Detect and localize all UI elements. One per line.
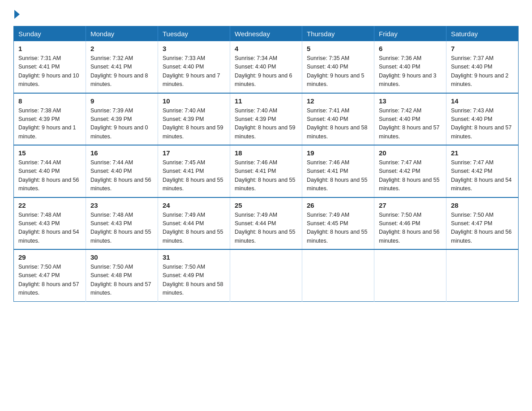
calendar-cell: 13 Sunrise: 7:42 AMSunset: 4:40 PMDaylig… [374,93,446,146]
day-number: 22 [18,201,81,209]
day-info: Sunrise: 7:47 AMSunset: 4:42 PMDaylight:… [379,159,440,192]
calendar-cell: 27 Sunrise: 7:50 AMSunset: 4:46 PMDaylig… [374,197,446,250]
day-info: Sunrise: 7:48 AMSunset: 4:43 PMDaylight:… [18,212,79,244]
calendar-header-row: SundayMondayTuesdayWednesdayThursdayFrid… [14,26,519,42]
calendar-week-row: 29 Sunrise: 7:50 AMSunset: 4:47 PMDaylig… [14,249,519,301]
day-number: 3 [163,45,225,52]
calendar-cell: 23 Sunrise: 7:48 AMSunset: 4:43 PMDaylig… [86,197,158,250]
calendar-cell: 15 Sunrise: 7:44 AMSunset: 4:40 PMDaylig… [14,145,86,197]
day-number: 7 [451,45,514,52]
day-number: 12 [307,97,369,105]
calendar-cell: 24 Sunrise: 7:49 AMSunset: 4:44 PMDaylig… [158,197,230,250]
day-info: Sunrise: 7:46 AMSunset: 4:41 PMDaylight:… [235,159,296,192]
day-info: Sunrise: 7:37 AMSunset: 4:40 PMDaylight:… [451,55,509,87]
day-info: Sunrise: 7:41 AMSunset: 4:40 PMDaylight:… [307,107,368,140]
day-number: 18 [235,149,297,157]
calendar-cell: 7 Sunrise: 7:37 AMSunset: 4:40 PMDayligh… [446,41,519,93]
calendar-cell: 6 Sunrise: 7:36 AMSunset: 4:40 PMDayligh… [374,41,446,93]
calendar-cell [446,249,519,301]
calendar-table: SundayMondayTuesdayWednesdayThursdayFrid… [13,26,519,302]
day-info: Sunrise: 7:34 AMSunset: 4:40 PMDaylight:… [235,55,292,87]
calendar-cell: 8 Sunrise: 7:38 AMSunset: 4:39 PMDayligh… [14,93,86,146]
calendar-cell: 1 Sunrise: 7:31 AMSunset: 4:41 PMDayligh… [14,41,86,93]
day-info: Sunrise: 7:42 AMSunset: 4:40 PMDaylight:… [379,107,440,140]
calendar-week-row: 15 Sunrise: 7:44 AMSunset: 4:40 PMDaylig… [14,145,519,197]
calendar-cell: 31 Sunrise: 7:50 AMSunset: 4:49 PMDaylig… [158,249,230,301]
day-info: Sunrise: 7:50 AMSunset: 4:49 PMDaylight:… [163,264,223,296]
day-number: 28 [451,201,514,209]
calendar-cell: 3 Sunrise: 7:33 AMSunset: 4:40 PMDayligh… [158,41,230,93]
calendar-cell: 10 Sunrise: 7:40 AMSunset: 4:39 PMDaylig… [158,93,230,146]
day-info: Sunrise: 7:46 AMSunset: 4:41 PMDaylight:… [307,159,368,192]
day-number: 21 [451,149,514,157]
day-number: 25 [235,201,297,209]
day-number: 15 [18,149,81,157]
calendar-cell: 2 Sunrise: 7:32 AMSunset: 4:41 PMDayligh… [86,41,158,93]
calendar-cell: 28 Sunrise: 7:50 AMSunset: 4:47 PMDaylig… [446,197,519,250]
day-number: 20 [379,149,442,157]
calendar-cell: 30 Sunrise: 7:50 AMSunset: 4:48 PMDaylig… [86,249,158,301]
logo-arrow-icon [14,10,20,19]
day-number: 10 [163,97,225,105]
calendar-cell: 20 Sunrise: 7:47 AMSunset: 4:42 PMDaylig… [374,145,446,197]
calendar-week-row: 8 Sunrise: 7:38 AMSunset: 4:39 PMDayligh… [14,93,519,146]
day-number: 29 [18,253,81,261]
day-info: Sunrise: 7:44 AMSunset: 4:40 PMDaylight:… [90,159,151,192]
day-info: Sunrise: 7:33 AMSunset: 4:40 PMDaylight:… [163,55,220,87]
calendar-cell: 25 Sunrise: 7:49 AMSunset: 4:44 PMDaylig… [230,197,302,250]
day-info: Sunrise: 7:50 AMSunset: 4:47 PMDaylight:… [451,212,512,244]
calendar-cell: 12 Sunrise: 7:41 AMSunset: 4:40 PMDaylig… [302,93,374,146]
calendar-cell: 29 Sunrise: 7:50 AMSunset: 4:47 PMDaylig… [14,249,86,301]
calendar-cell: 5 Sunrise: 7:35 AMSunset: 4:40 PMDayligh… [302,41,374,93]
header-monday: Monday [86,26,158,42]
calendar-week-row: 22 Sunrise: 7:48 AMSunset: 4:43 PMDaylig… [14,197,519,250]
day-info: Sunrise: 7:50 AMSunset: 4:46 PMDaylight:… [379,212,440,244]
header-tuesday: Tuesday [158,26,230,42]
calendar-cell [374,249,446,301]
day-info: Sunrise: 7:44 AMSunset: 4:40 PMDaylight:… [18,159,79,192]
day-info: Sunrise: 7:43 AMSunset: 4:40 PMDaylight:… [451,107,512,140]
day-info: Sunrise: 7:49 AMSunset: 4:45 PMDaylight:… [307,212,368,244]
day-number: 5 [307,45,369,52]
day-number: 14 [451,97,514,105]
day-number: 27 [379,201,442,209]
calendar-cell: 4 Sunrise: 7:34 AMSunset: 4:40 PMDayligh… [230,41,302,93]
day-number: 23 [90,201,153,209]
day-number: 30 [90,253,153,261]
calendar-cell: 19 Sunrise: 7:46 AMSunset: 4:41 PMDaylig… [302,145,374,197]
page-header [13,9,519,19]
day-number: 24 [163,201,225,209]
day-info: Sunrise: 7:36 AMSunset: 4:40 PMDaylight:… [379,55,437,87]
header-saturday: Saturday [446,26,519,42]
calendar-cell: 22 Sunrise: 7:48 AMSunset: 4:43 PMDaylig… [14,197,86,250]
day-info: Sunrise: 7:40 AMSunset: 4:39 PMDaylight:… [163,107,223,140]
calendar-cell: 11 Sunrise: 7:40 AMSunset: 4:39 PMDaylig… [230,93,302,146]
day-info: Sunrise: 7:38 AMSunset: 4:39 PMDaylight:… [18,107,76,140]
day-info: Sunrise: 7:50 AMSunset: 4:48 PMDaylight:… [90,264,151,296]
header-sunday: Sunday [14,26,86,42]
calendar-cell [230,249,302,301]
calendar-cell: 17 Sunrise: 7:45 AMSunset: 4:41 PMDaylig… [158,145,230,197]
day-number: 2 [90,45,153,52]
day-number: 13 [379,97,442,105]
header-friday: Friday [374,26,446,42]
day-number: 11 [235,97,297,105]
day-info: Sunrise: 7:40 AMSunset: 4:39 PMDaylight:… [235,107,296,140]
day-info: Sunrise: 7:31 AMSunset: 4:41 PMDaylight:… [18,55,79,87]
day-number: 31 [163,253,225,261]
calendar-cell: 9 Sunrise: 7:39 AMSunset: 4:39 PMDayligh… [86,93,158,146]
calendar-cell: 16 Sunrise: 7:44 AMSunset: 4:40 PMDaylig… [86,145,158,197]
day-number: 19 [307,149,369,157]
day-number: 17 [163,149,225,157]
day-number: 6 [379,45,442,52]
day-number: 9 [90,97,153,105]
header-thursday: Thursday [302,26,374,42]
day-info: Sunrise: 7:35 AMSunset: 4:40 PMDaylight:… [307,55,365,87]
logo [13,9,20,19]
calendar-cell: 26 Sunrise: 7:49 AMSunset: 4:45 PMDaylig… [302,197,374,250]
day-number: 8 [18,97,81,105]
day-number: 4 [235,45,297,52]
calendar-cell: 14 Sunrise: 7:43 AMSunset: 4:40 PMDaylig… [446,93,519,146]
day-info: Sunrise: 7:49 AMSunset: 4:44 PMDaylight:… [235,212,296,244]
calendar-week-row: 1 Sunrise: 7:31 AMSunset: 4:41 PMDayligh… [14,41,519,93]
